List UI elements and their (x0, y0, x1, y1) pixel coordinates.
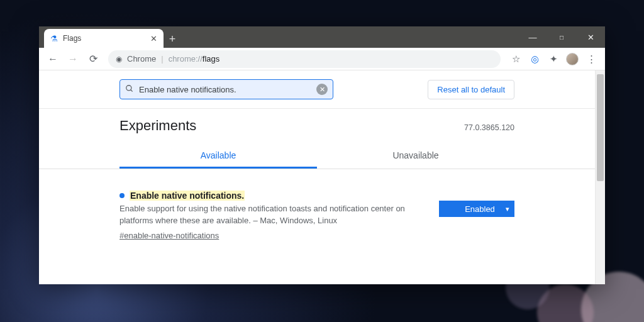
svg-point-0 (126, 85, 131, 90)
flags-tabs: Available Unavailable (39, 138, 595, 169)
flag-title: Enable native notifications. (130, 191, 245, 201)
search-query-text: Enable native notifications. (139, 85, 311, 94)
flask-icon: ⚗ (50, 34, 58, 43)
omnibox-prefix: Chrome (127, 54, 156, 64)
toolbar-right: ☆ ◎ ✦ ⋮ (507, 50, 600, 68)
maximize-button[interactable]: □ (547, 26, 576, 48)
bookmark-star-icon[interactable]: ☆ (507, 50, 525, 68)
flag-state-select[interactable]: Enabled (439, 201, 514, 217)
omnibox[interactable]: ◉ Chrome | chrome://flags (108, 50, 501, 68)
omnibox-separator: | (161, 54, 163, 64)
minimize-button[interactable]: — (518, 26, 547, 48)
svg-line-1 (131, 89, 133, 91)
kebab-menu-icon[interactable]: ⋮ (582, 50, 600, 68)
flag-description: Enable support for using the native noti… (119, 203, 426, 227)
content-area: Enable native notifications. ✕ Reset all… (39, 70, 605, 284)
site-info-icon[interactable]: ◉ (116, 55, 122, 64)
version-label: 77.0.3865.120 (464, 123, 514, 132)
tab-title: Flags (63, 34, 145, 43)
flag-hash-link[interactable]: #enable-native-notifications (119, 231, 219, 240)
forward-button: → (64, 50, 82, 68)
flags-page: Enable native notifications. ✕ Reset all… (39, 70, 595, 253)
window-controls: — □ ✕ (518, 26, 605, 48)
search-icon (125, 84, 134, 95)
close-window-button[interactable]: ✕ (576, 26, 605, 48)
flag-select-value: Enabled (465, 204, 495, 214)
page-scroll[interactable]: Enable native notifications. ✕ Reset all… (39, 70, 595, 284)
search-row: Enable native notifications. ✕ Reset all… (39, 70, 595, 109)
profile-avatar[interactable] (564, 50, 581, 68)
reset-all-button[interactable]: Reset all to default (428, 80, 514, 99)
new-tab-button[interactable]: + (164, 30, 181, 48)
tab-available[interactable]: Available (119, 144, 317, 169)
titlebar: ⚗ Flags ✕ + — □ ✕ (39, 26, 605, 48)
page-title: Experiments (119, 118, 196, 134)
extensions-puzzle-icon[interactable]: ✦ (545, 50, 562, 68)
reload-button[interactable]: ⟳ (84, 50, 102, 68)
clear-search-icon[interactable]: ✕ (316, 84, 328, 95)
back-button[interactable]: ← (44, 50, 62, 68)
tab-close-icon[interactable]: ✕ (150, 34, 157, 43)
scrollbar-thumb[interactable] (597, 74, 604, 181)
extension-sync-icon[interactable]: ◎ (526, 50, 543, 68)
flag-title-row: Enable native notifications. (119, 191, 426, 201)
browser-tab[interactable]: ⚗ Flags ✕ (44, 29, 164, 48)
browser-window: ⚗ Flags ✕ + — □ ✕ ← → ⟳ ◉ Chrome | chrom… (39, 26, 605, 284)
flags-search-input[interactable]: Enable native notifications. ✕ (119, 79, 333, 99)
modified-dot-icon (119, 193, 125, 198)
flag-details: Enable native notifications. Enable supp… (119, 191, 426, 241)
browser-toolbar: ← → ⟳ ◉ Chrome | chrome://flags ☆ ◎ ✦ ⋮ (39, 48, 605, 70)
heading-row: Experiments 77.0.3865.120 (39, 109, 595, 138)
tab-unavailable[interactable]: Unavailable (317, 144, 514, 169)
omnibox-url-path: flags (203, 54, 219, 64)
omnibox-url-scheme: chrome:// (169, 54, 203, 64)
scrollbar[interactable] (595, 70, 605, 284)
flag-item: Enable native notifications. Enable supp… (39, 169, 595, 253)
